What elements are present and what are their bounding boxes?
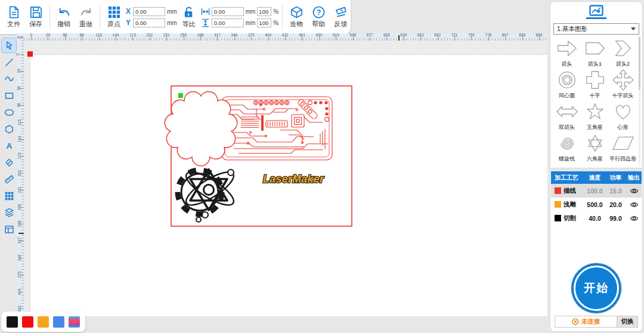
speed-value: 500.0	[584, 201, 605, 208]
undo-button[interactable]: 撤销	[54, 5, 74, 29]
origin-grid-icon	[107, 5, 121, 19]
shape-grid-scrollbar[interactable]	[639, 36, 640, 165]
svg-text:A: A	[6, 141, 12, 150]
shape-doublearrow[interactable]: 双箭头	[553, 100, 581, 131]
shape-crossarrows[interactable]: 十字箭头	[609, 68, 637, 100]
laser-start-point	[178, 93, 183, 98]
ruler-label: 259	[180, 33, 187, 37]
ruler-major-tick	[184, 36, 184, 41]
tool-array[interactable]	[2, 189, 16, 203]
output-visibility-toggle[interactable]	[626, 187, 642, 195]
ruler-label: 346	[231, 33, 237, 37]
color-palette	[1, 312, 85, 332]
ruler-major-tick	[31, 36, 32, 41]
ruler-label: 29	[46, 33, 50, 37]
redo-button[interactable]: 重做	[76, 5, 96, 29]
tool-line[interactable]	[2, 55, 16, 69]
shape-arrow2[interactable]: 箭头2	[609, 36, 637, 68]
process-row-描线[interactable]: 描线100.015.0	[551, 184, 642, 198]
width-percent-input[interactable]	[257, 7, 271, 16]
output-visibility-toggle[interactable]	[626, 201, 642, 208]
shape-partial[interactable]	[581, 163, 609, 167]
ruler-label: 259	[18, 204, 21, 210]
shape-parallelogram[interactable]: 平行四边形	[609, 131, 637, 163]
shape-label: 心形	[618, 124, 628, 131]
shape-arrow[interactable]: 箭头	[553, 36, 581, 68]
proportional-lock-button[interactable]: 等比	[179, 5, 199, 29]
color-swatch-rainbow[interactable]	[69, 316, 80, 328]
canvas-artwork[interactable]: LaserMaker	[24, 41, 547, 316]
process-row-浅雕[interactable]: 浅雕500.020.0	[551, 198, 642, 211]
help-button[interactable]: ? 帮助	[308, 5, 329, 29]
design-canvas[interactable]: LaserMaker	[24, 41, 547, 316]
tool-ellipse[interactable]	[2, 105, 16, 119]
color-swatch[interactable]	[22, 316, 33, 328]
process-row-切割[interactable]: 切割40.099.0	[551, 211, 642, 225]
layer-color-swatch	[555, 201, 561, 208]
ruler-major-tick	[48, 36, 48, 41]
tab-shape-library[interactable]	[586, 5, 606, 19]
origin-button[interactable]: 原点	[104, 5, 124, 29]
switch-device-button[interactable]: 切换	[617, 316, 638, 328]
x-input[interactable]	[133, 7, 165, 16]
tool-rectangle[interactable]	[2, 88, 16, 103]
connection-status[interactable]: 未连接	[555, 316, 617, 328]
shape-spiral[interactable]: 螺旋线	[553, 131, 581, 163]
ruler-label: 721	[451, 33, 458, 37]
ruler-major-tick	[454, 36, 455, 41]
ruler-label: 86	[17, 103, 21, 107]
star6-shape-icon	[584, 131, 606, 155]
right-panel-tabs	[550, 2, 642, 24]
active-tab-underline	[586, 17, 606, 19]
ruler-label: 404	[265, 33, 271, 37]
column-header: 功率	[605, 174, 626, 182]
height-unit: mm	[246, 20, 256, 26]
tool-eraser[interactable]	[2, 155, 16, 169]
tool-measure[interactable]	[2, 172, 16, 186]
arrow1-shape-icon	[584, 36, 606, 60]
feedback-button[interactable]: 反馈	[330, 5, 351, 29]
shape-partial[interactable]	[553, 163, 581, 167]
file-button[interactable]: 文件	[4, 5, 24, 29]
scrollbar-thumb[interactable]	[639, 36, 640, 90]
shape-partial[interactable]	[609, 163, 637, 167]
gear-atom-logo	[178, 166, 238, 222]
ruler-cursor-marker	[18, 233, 24, 234]
color-swatch[interactable]	[38, 316, 49, 328]
y-input[interactable]	[133, 18, 165, 27]
tool-select[interactable]	[2, 38, 16, 53]
tool-layers[interactable]	[2, 205, 16, 220]
shape-cross[interactable]: 十字	[581, 68, 609, 100]
shape-label: 六角星	[587, 155, 603, 163]
height-input[interactable]	[212, 18, 244, 27]
layers-tool-icon	[4, 208, 14, 218]
ruler-major-tick	[200, 36, 201, 41]
shape-heart[interactable]: 心形	[609, 100, 637, 131]
make-button[interactable]: 造物	[286, 5, 306, 29]
save-button[interactable]: 保存	[26, 5, 46, 29]
ruler-label: 865	[536, 33, 543, 37]
tool-board[interactable]	[2, 222, 16, 236]
color-swatch[interactable]	[53, 316, 64, 328]
shape-star6[interactable]: 六角星	[581, 131, 609, 163]
column-header: 速度	[584, 174, 605, 182]
ruler-label: 173	[18, 153, 21, 159]
shape-category-dropdown[interactable]: 1.基本图形	[553, 23, 639, 35]
tool-text[interactable]: A	[2, 138, 16, 153]
shape-label: 五角星	[587, 124, 603, 131]
shape-label: 螺旋线	[559, 155, 575, 163]
tool-curve[interactable]	[2, 72, 16, 86]
tool-polygon[interactable]	[2, 122, 16, 136]
height-percent-input[interactable]	[257, 18, 271, 27]
start-button[interactable]: 开始	[571, 263, 621, 313]
output-visibility-toggle[interactable]	[626, 215, 642, 222]
width-input[interactable]	[212, 7, 244, 16]
shape-star5[interactable]: 五角星	[581, 100, 609, 131]
height-icon	[201, 18, 210, 27]
shape-arrow1[interactable]: 箭头1	[581, 36, 609, 68]
size-inputs: mm % mm %	[201, 7, 279, 27]
layer-color-swatch	[555, 215, 561, 221]
shape-concentric[interactable]: 同心圆	[553, 68, 581, 100]
color-swatch[interactable]	[7, 316, 18, 328]
line-tool-icon	[4, 57, 14, 67]
